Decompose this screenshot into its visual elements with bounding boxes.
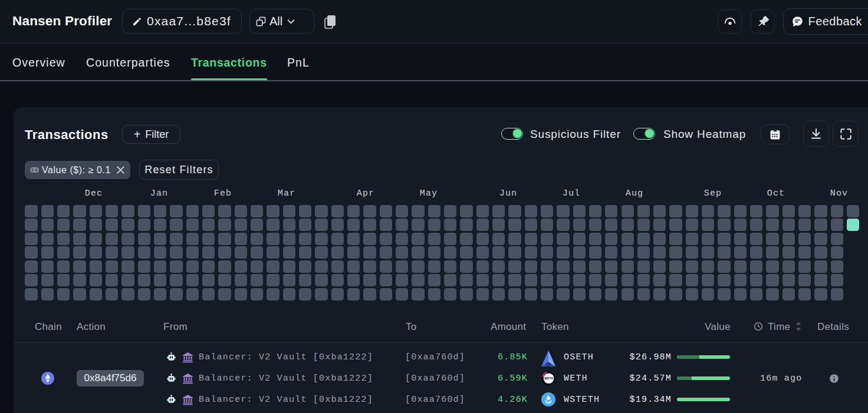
svg-text:WETH: WETH (544, 376, 554, 380)
